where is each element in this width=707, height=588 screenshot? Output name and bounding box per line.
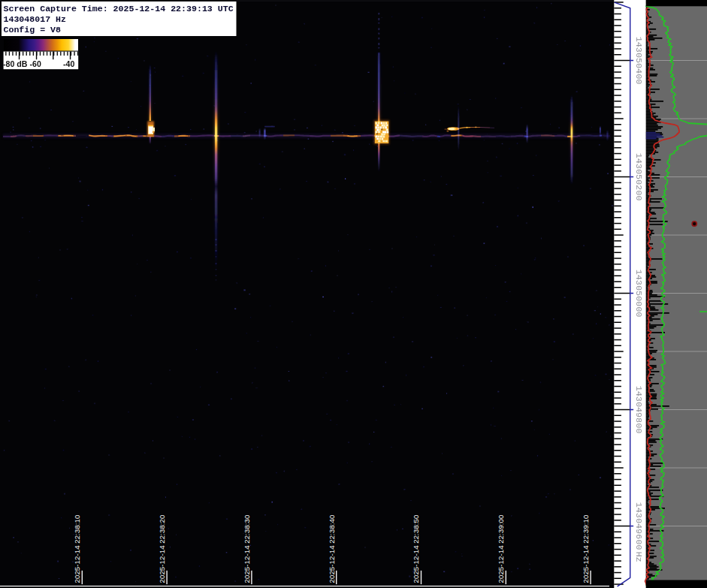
svg-text:2025-12-14 22:38:20: 2025-12-14 22:38:20 (158, 514, 166, 583)
svg-text:2025-12-14 22:38:30: 2025-12-14 22:38:30 (243, 514, 251, 583)
svg-text:-60: -60 (30, 59, 41, 68)
svg-text:2025-12-14 22:38:40: 2025-12-14 22:38:40 (328, 514, 336, 583)
svg-text:Hz: Hz (633, 551, 644, 562)
svg-text:2025-12-14 22:39:10: 2025-12-14 22:39:10 (582, 514, 590, 583)
svg-text:2025-12-14 22:39:00: 2025-12-14 22:39:00 (497, 514, 505, 583)
svg-text:143050000: 143050000 (633, 270, 644, 318)
svg-text:Config = V8: Config = V8 (4, 25, 62, 35)
svg-text:-80 dB: -80 dB (3, 59, 28, 68)
svg-text:2025-12-14 22:38:50: 2025-12-14 22:38:50 (412, 514, 420, 583)
svg-text:Screen Capture Time: 2025-12-1: Screen Capture Time: 2025-12-14 22:39:13… (4, 4, 234, 14)
svg-text:143049800: 143049800 (633, 386, 644, 434)
svg-text:143048017 Hz: 143048017 Hz (4, 14, 67, 24)
svg-text:143050200: 143050200 (633, 153, 644, 201)
svg-text:143050400: 143050400 (633, 37, 644, 85)
svg-text:-40: -40 (63, 59, 74, 68)
svg-text:143049600: 143049600 (633, 502, 644, 550)
svg-text:2025-12-14 22:38:10: 2025-12-14 22:38:10 (73, 514, 81, 583)
